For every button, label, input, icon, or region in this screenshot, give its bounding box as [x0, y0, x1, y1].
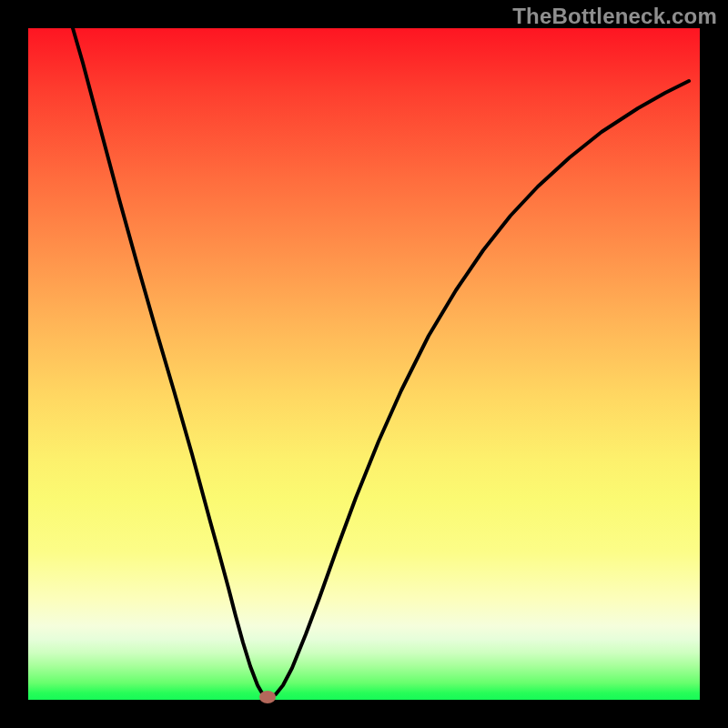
- curve-svg: [28, 28, 700, 700]
- plot-area: [28, 28, 700, 700]
- curve-minimum-marker: [259, 691, 276, 703]
- curve-line: [73, 28, 689, 697]
- chart-frame: TheBottleneck.com: [0, 0, 728, 728]
- attribution-text: TheBottleneck.com: [512, 4, 717, 29]
